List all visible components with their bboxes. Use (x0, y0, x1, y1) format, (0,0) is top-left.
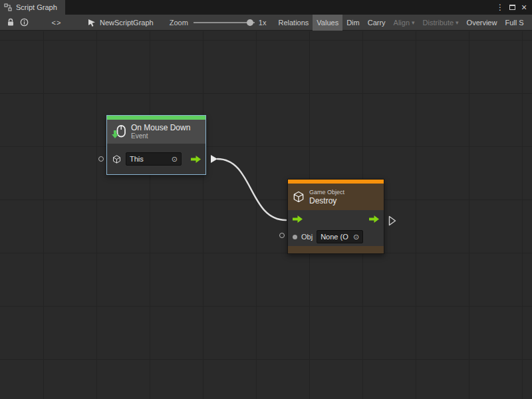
graph-toolbar: <> NewScriptGraph Zoom 1x Relations Valu… (0, 15, 532, 31)
zoom-label: Zoom (170, 19, 188, 27)
cube-icon (112, 154, 122, 164)
event-node-header[interactable]: On Mouse Down Event (107, 120, 205, 144)
chevron-down-icon: ▾ (456, 19, 459, 26)
event-node-body: This ⊙ (107, 144, 205, 174)
node-on-mouse-down[interactable]: On Mouse Down Event This ⊙ (106, 115, 206, 175)
destroy-object-row: Obj None (O ⊙ (288, 227, 384, 246)
align-label: Align (394, 19, 410, 27)
object-port-dot[interactable] (293, 235, 297, 239)
values-button[interactable]: Values (313, 15, 342, 31)
connection-layer (0, 31, 532, 399)
flow-output-port[interactable] (191, 156, 201, 163)
window-menu-icon[interactable]: ⋮ (495, 0, 505, 15)
zoom-slider-handle[interactable] (247, 19, 253, 26)
event-node-title: On Mouse Down (131, 123, 190, 132)
mouse-down-icon (111, 124, 127, 140)
fullscreen-button[interactable]: Full S (501, 15, 527, 31)
relations-button[interactable]: Relations (274, 15, 313, 31)
lock-icon[interactable] (4, 18, 17, 27)
graph-name: NewScriptGraph (100, 19, 154, 27)
distribute-button: Distribute ▾ (419, 15, 463, 31)
destroy-node-header[interactable]: Game Object Destroy (288, 184, 384, 210)
graph-breadcrumb[interactable]: NewScriptGraph (88, 19, 154, 27)
overview-button[interactable]: Overview (463, 15, 501, 31)
connection-wire[interactable] (217, 159, 286, 220)
node-destroy[interactable]: Game Object Destroy Obj None (O ⊙ (287, 179, 384, 254)
zoom-slider-track[interactable] (194, 22, 255, 23)
destroy-flow-row (288, 210, 384, 227)
destroy-flow-output-marker[interactable] (388, 215, 396, 226)
event-flow-output-marker[interactable] (211, 155, 217, 163)
close-icon[interactable]: × (519, 0, 529, 15)
graph-canvas[interactable]: On Mouse Down Event This ⊙ (0, 31, 532, 399)
code-view-icon[interactable]: <> (49, 19, 64, 27)
zoom-slider[interactable] (194, 15, 255, 31)
align-button: Align ▾ (390, 15, 419, 31)
target-picker-icon: ⊙ (353, 233, 359, 241)
tab-title: Script Graph (16, 3, 57, 11)
info-icon[interactable] (17, 18, 31, 27)
script-graph-icon (4, 3, 12, 11)
flow-input-port[interactable] (293, 215, 303, 223)
toolbar-buttons: Relations Values Dim Carry Align ▾ Distr… (274, 15, 527, 31)
tab-script-graph[interactable]: Script Graph (0, 0, 65, 15)
zoom-value: 1x (259, 19, 267, 27)
destroy-node-footer (288, 246, 384, 253)
target-picker-icon: ⊙ (172, 155, 178, 164)
event-target-input-port[interactable] (98, 156, 104, 162)
flow-output-port[interactable] (369, 215, 379, 223)
destroy-node-category: Game Object (309, 189, 344, 196)
object-port-label: Obj (301, 233, 313, 241)
object-field[interactable]: None (O ⊙ (317, 230, 363, 243)
destroy-node-title: Destroy (309, 196, 344, 205)
chevron-down-icon: ▾ (412, 19, 415, 26)
window-controls: ⋮ × (495, 0, 532, 15)
maximize-icon[interactable] (507, 0, 517, 15)
object-field-value: None (O (321, 233, 348, 241)
maximize-glyph (509, 5, 515, 10)
distribute-label: Distribute (423, 19, 454, 27)
dim-button[interactable]: Dim (342, 15, 364, 31)
carry-button[interactable]: Carry (364, 15, 390, 31)
destroy-object-input-port[interactable] (279, 233, 285, 238)
window-titlebar: Script Graph ⋮ × (0, 0, 532, 15)
target-field[interactable]: This ⊙ (126, 152, 182, 166)
event-node-subtitle: Event (131, 132, 190, 140)
pointer-icon (88, 19, 96, 27)
target-field-value: This (130, 155, 144, 163)
cube-icon (292, 190, 305, 203)
